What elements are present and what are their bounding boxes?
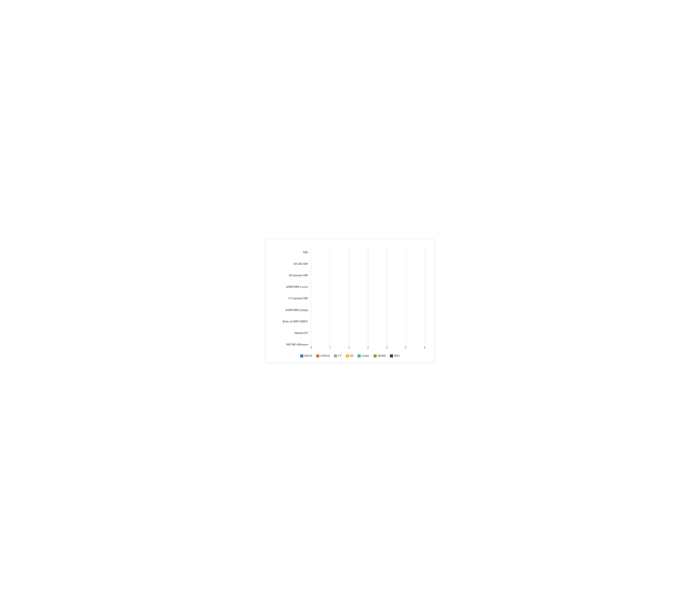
bar-row [310,323,425,334]
bar-row [310,269,425,279]
legend-label-msg: MSG [394,354,400,357]
legend-label-modd: MODD [378,354,386,357]
legend-swatch-msg [390,354,393,357]
legend-swatch-modd [374,354,377,357]
legend-item-conga: CONGA [316,354,330,357]
legend-item-mage: MAGE [300,354,312,357]
legend-swatch-sd [346,354,349,357]
legend-item-modd: MODD [374,354,386,357]
legend-swatch-cv [334,354,337,357]
chart-area: SBPSD 24h SBPSD daytime SBPΔSBP/DBP z-sc… [275,247,425,350]
chart-container: SBPSD 24h SBPSD daytime SBPΔSBP/DBP z-sc… [265,239,435,363]
x-tick-label: 6 [424,346,425,349]
legend: MAGECONGACVSDJ-indexMODDMSG [275,354,425,357]
y-label: SD 24h SBP [275,258,308,269]
bars-rows [310,247,425,345]
legend-swatch-mage [300,354,303,357]
legend-label-conga: CONGA [320,354,330,357]
y-label: Masked HT [275,327,308,338]
bar-row [310,257,425,269]
bars-section [310,247,425,345]
y-label: SD daytime SBP [275,270,308,281]
legend-swatch-conga [316,354,319,357]
x-tick-label: 0 [310,346,312,349]
legend-item-msg: MSG [390,354,400,357]
legend-swatch-j-index [357,354,360,357]
x-tick-label: 2 [348,346,350,349]
y-label: Ratio of SBPV/DBPV [275,316,308,327]
x-tick-label: 5 [405,346,406,349]
x-axis-area: 0123456 [310,346,425,350]
legend-item-cv: CV [334,354,342,357]
x-tick-label: 4 [386,346,388,349]
x-tick-label: 3 [367,346,369,349]
bar-row [310,247,425,257]
bar-row [310,290,425,301]
y-label: CV daytime SBP [275,293,308,304]
legend-label-cv: CV [338,354,342,357]
x-tick-labels: 0123456 [310,346,425,349]
y-label: SBP [275,247,308,258]
bar-row [310,312,425,323]
plot-area: 0123456 [310,247,425,350]
y-label: ΔSBP/DBP z-score [275,281,308,292]
legend-label-sd: SD [350,354,353,357]
legend-label-mage: MAGE [304,354,312,357]
bar-row [310,301,425,312]
legend-item-sd: SD [346,354,353,357]
y-label: SBP ME difference [275,339,308,350]
bar-row [310,279,425,290]
bar-row [310,334,425,345]
legend-item-j-index: J-index [357,354,369,357]
y-label: ΔSBP/DBP (clamp) [275,304,308,316]
y-axis-labels: SBPSD 24h SBPSD daytime SBPΔSBP/DBP z-sc… [275,247,310,350]
x-tick-label: 1 [329,346,331,349]
legend-label-j-index: J-index [362,354,369,357]
